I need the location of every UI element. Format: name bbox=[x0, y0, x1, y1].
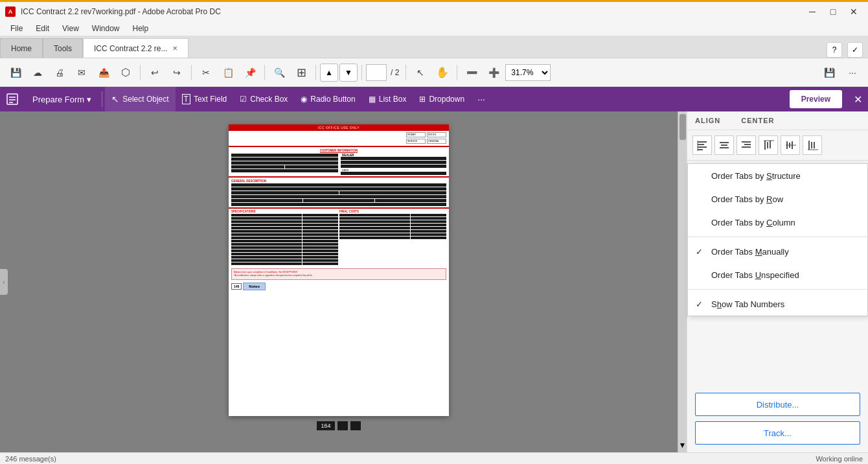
paste-button[interactable]: 📌 bbox=[240, 62, 260, 83]
save-alt-button[interactable]: 💾 bbox=[819, 62, 839, 83]
menu-help[interactable]: Help bbox=[128, 23, 154, 34]
export-button[interactable]: 📤 bbox=[93, 62, 114, 83]
dropdown-tool-button[interactable]: ⊞ Dropdown bbox=[413, 87, 471, 111]
scroll-bottom-arrow[interactable]: ▼ bbox=[679, 441, 687, 450]
show-tab-numbers-item[interactable]: Show Tab Numbers bbox=[688, 292, 867, 316]
align-middle-button[interactable] bbox=[781, 135, 800, 155]
prepare-form-label-button[interactable]: Prepare Form ▾ bbox=[25, 87, 99, 111]
toolbar-sep-7 bbox=[457, 65, 457, 80]
check-box-tool-button[interactable]: ☑ Check Box bbox=[233, 87, 294, 111]
more-tools-button[interactable]: ··· bbox=[842, 62, 863, 83]
svg-rect-5 bbox=[698, 144, 704, 145]
tab-bar: Home Tools ICC Contract 2.2 re... ✕ ? ✓ bbox=[0, 36, 868, 58]
svg-rect-4 bbox=[698, 141, 707, 143]
print-button[interactable]: 🖨 bbox=[49, 62, 70, 83]
panel-buttons: Distribute... Track... bbox=[687, 385, 868, 452]
next-page-button[interactable]: ▼ bbox=[339, 64, 358, 82]
radio-button-tool-button[interactable]: ◉ Radio Button bbox=[294, 87, 361, 111]
email-button[interactable]: ✉ bbox=[71, 62, 92, 83]
undo-button[interactable]: ↩ bbox=[144, 62, 165, 83]
menu-window[interactable]: Window bbox=[87, 23, 125, 34]
help-icon[interactable]: ? bbox=[827, 42, 842, 58]
pdf-red-header: ICC OFFICE USE ONLY bbox=[229, 124, 449, 131]
svg-rect-11 bbox=[720, 147, 729, 148]
order-tabs-manually-item[interactable]: Order Tabs Manually bbox=[688, 240, 867, 263]
task-done-icon[interactable]: ✓ bbox=[847, 42, 863, 58]
left-panel-toggle[interactable]: ‹ bbox=[0, 269, 8, 295]
menu-edit[interactable]: Edit bbox=[30, 23, 54, 34]
align-bottom-button[interactable] bbox=[803, 135, 822, 155]
select-tool-button[interactable]: ↖ bbox=[410, 62, 431, 83]
minimize-button[interactable]: ─ bbox=[803, 5, 821, 19]
pdf-customer-info-header: CUSTOMER INFORMATION bbox=[229, 148, 449, 154]
window-title: ICC Contract 2.2 rev7working.pdf - Adobe… bbox=[21, 7, 221, 16]
toolbar-sep-2 bbox=[191, 65, 192, 80]
menu-view[interactable]: View bbox=[57, 23, 84, 34]
svg-rect-13 bbox=[744, 144, 751, 145]
scrollbar-thumb[interactable] bbox=[680, 114, 686, 140]
page-number-input[interactable]: 1 bbox=[366, 64, 387, 81]
list-box-tool-button[interactable]: ▦ List Box bbox=[362, 87, 413, 111]
select-object-label: Select Object bbox=[122, 95, 168, 104]
tab-right-icons: ? ✓ bbox=[821, 42, 868, 58]
tab-close-icon[interactable]: ✕ bbox=[172, 45, 177, 52]
pdf-general-desc: GENERAL DESCRIPTION bbox=[229, 179, 449, 183]
order-tabs-by-row-item[interactable]: Order Tabs by Row bbox=[688, 187, 867, 211]
maximize-button[interactable]: □ bbox=[824, 5, 842, 19]
toolbar-right-group: 💾 ··· bbox=[819, 62, 863, 83]
select-object-tool-button[interactable]: ↖ Select Object bbox=[105, 87, 175, 111]
text-field-tool-button[interactable]: T Text Field bbox=[176, 87, 234, 111]
distribute-button[interactable]: Distribute... bbox=[695, 393, 860, 416]
redo-button[interactable]: ↪ bbox=[166, 62, 187, 83]
tab-home[interactable]: Home bbox=[0, 38, 43, 58]
cut-button[interactable]: ✂ bbox=[196, 62, 216, 83]
order-tabs-unspecified-item[interactable]: Order Tabs Unspecified bbox=[688, 263, 867, 286]
toolbar-sep-4 bbox=[315, 65, 316, 80]
svg-rect-10 bbox=[721, 145, 727, 146]
prepare-form-label: Prepare Form bbox=[32, 95, 84, 104]
svg-rect-9 bbox=[720, 142, 729, 143]
align-top-button[interactable] bbox=[759, 135, 778, 155]
order-tabs-by-structure-item[interactable]: Order Tabs by Structure bbox=[688, 164, 867, 187]
prev-page-button[interactable]: ▲ bbox=[320, 64, 338, 82]
main-content: ‹ ICC OFFICE USE ONLY PERMIT ROUTE SERVI… bbox=[0, 111, 868, 452]
zoom-select[interactable]: 31.7% 50% 75% 100% 125% 150% bbox=[505, 64, 551, 81]
pdf-red-line-2 bbox=[229, 176, 449, 178]
center-header-label: CENTER bbox=[741, 117, 774, 124]
find-button[interactable]: 🔍 bbox=[269, 62, 290, 83]
list-box-icon: ▦ bbox=[369, 95, 376, 104]
dropdown-icon: ⊞ bbox=[419, 95, 426, 104]
zoom-in-button[interactable]: ➕ bbox=[483, 62, 504, 83]
toolbar-sep-6 bbox=[405, 65, 406, 80]
dropdown-label: Dropdown bbox=[429, 95, 464, 104]
document-area[interactable]: ICC OFFICE USE ONLY PERMIT ROUTE SERVICE… bbox=[0, 111, 678, 452]
compare-button[interactable]: ⊞ bbox=[291, 62, 312, 83]
pdf-page-bottom: 164 bbox=[317, 421, 360, 430]
close-prepare-form-button[interactable]: ✕ bbox=[847, 87, 868, 111]
track-button[interactable]: Track... bbox=[695, 421, 860, 445]
align-header-label: ALIGN bbox=[695, 117, 720, 124]
tab-document[interactable]: ICC Contract 2.2 re... ✕ bbox=[83, 38, 188, 58]
copy-button[interactable]: 📋 bbox=[218, 62, 238, 83]
hand-tool-button[interactable]: ✋ bbox=[432, 62, 453, 83]
title-bar: A ICC Contract 2.2 rev7working.pdf - Ado… bbox=[0, 0, 868, 21]
tab-tools[interactable]: Tools bbox=[43, 38, 83, 58]
zoom-out-button[interactable]: ➖ bbox=[461, 62, 482, 83]
align-tools bbox=[687, 130, 868, 161]
close-window-button[interactable]: ✕ bbox=[845, 5, 863, 19]
save-button[interactable]: 💾 bbox=[5, 62, 26, 83]
align-center-button[interactable] bbox=[714, 135, 734, 155]
snapshot-button[interactable]: ⬡ bbox=[115, 62, 136, 83]
menu-file[interactable]: File bbox=[5, 23, 28, 34]
svg-rect-25 bbox=[814, 142, 815, 148]
svg-rect-15 bbox=[764, 141, 766, 150]
align-right-button[interactable] bbox=[737, 135, 756, 155]
order-tabs-dropdown-menu: Order Tabs by Structure Order Tabs by Ro… bbox=[687, 163, 868, 316]
align-left-button[interactable] bbox=[692, 135, 712, 155]
upload-button[interactable]: ☁ bbox=[27, 62, 48, 83]
svg-rect-16 bbox=[767, 142, 768, 148]
order-tabs-by-column-item[interactable]: Order Tabs by Column bbox=[688, 211, 867, 234]
document-scrollbar[interactable]: ▼ bbox=[678, 111, 687, 452]
more-tools-pf-button[interactable]: ··· bbox=[471, 87, 492, 111]
preview-button[interactable]: Preview bbox=[790, 90, 842, 108]
